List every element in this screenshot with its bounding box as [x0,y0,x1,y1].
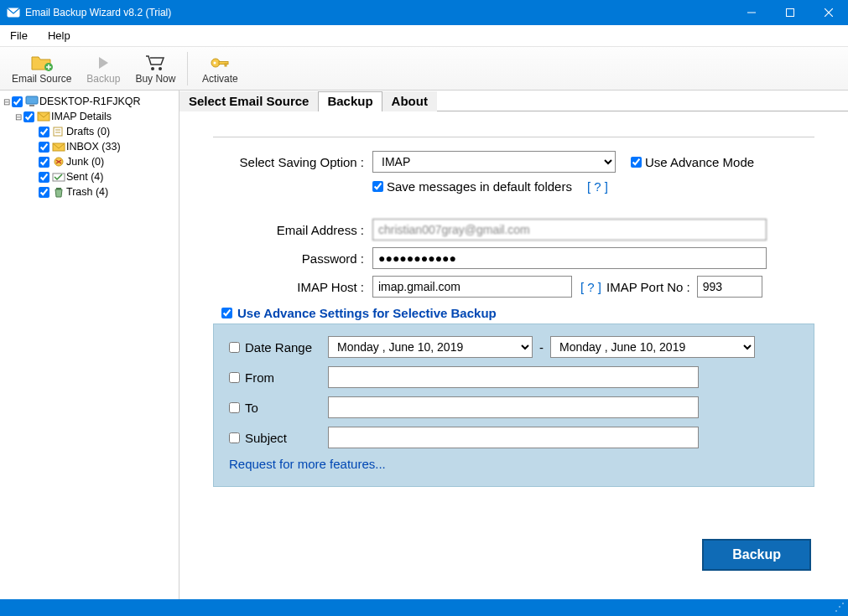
tree-checkbox[interactable] [39,187,49,198]
folder-icon [51,156,66,168]
svg-rect-13 [29,105,34,106]
advance-settings-toggle[interactable]: Use Advance Settings for Selective Backu… [221,306,814,320]
folder-icon [51,171,66,183]
folder-tree: ⊟ DESKTOP-R1FJKQR ⊟ IMAP Details Drafts … [0,91,179,599]
from-checkbox[interactable]: From [229,370,328,385]
date-from-select[interactable]: Monday , June 10, 2019 [328,336,533,358]
tool-label: Backup [86,73,120,85]
host-label: IMAP Host : [213,280,364,294]
tree-folder[interactable]: INBOX (33) [2,139,177,154]
tree-folder[interactable]: Trash (4) [2,184,177,199]
minimize-button[interactable] [732,0,771,25]
advance-mode-checkbox[interactable]: Use Advance Mode [631,155,754,169]
subject-input[interactable] [328,427,699,448]
tree-checkbox[interactable] [39,142,49,153]
svg-point-7 [159,67,162,70]
port-input[interactable] [697,276,762,298]
password-input[interactable] [372,247,767,269]
folder-add-icon [30,53,54,73]
advance-settings-panel: Date Range Monday , June 10, 2019 - Mond… [213,324,814,487]
tab-select-source[interactable]: Select Email Source [179,91,318,111]
svg-point-9 [214,61,216,64]
play-icon [95,53,112,73]
maximize-button[interactable] [771,0,809,25]
mailbox-icon [36,111,51,122]
save-default-checkbox[interactable]: Save messages in default folders [372,179,572,194]
svg-rect-15 [54,127,62,136]
date-to-select[interactable]: Monday , June 10, 2019 [550,336,755,358]
tree-label: Drafts (0) [66,126,110,137]
tree-label: IMAP Details [51,111,112,122]
svg-rect-12 [26,96,38,104]
collapse-icon[interactable]: ⊟ [2,97,12,106]
backup-pane: Select Saving Option : IMAP Use Advance … [179,111,848,495]
cart-icon [144,53,166,73]
folder-icon [51,126,66,137]
toolbar: Email Source Backup Buy Now Activate [0,47,848,91]
tool-buy-now[interactable]: Buy Now [130,51,180,86]
content-pane: Select Email Source Backup About Select … [179,91,848,599]
app-icon [7,6,20,19]
svg-point-6 [151,67,154,70]
folder-icon [51,141,66,153]
tree-root[interactable]: ⊟ DESKTOP-R1FJKQR [2,94,177,109]
tree-label: Sent (4) [66,171,103,183]
menu-file[interactable]: File [7,28,31,44]
help-link-default-folders[interactable]: [ ? ] [587,179,608,194]
tree-checkbox[interactable] [23,111,34,122]
tree-label: INBOX (33) [66,141,121,153]
tree-label: DESKTOP-R1FJKQR [39,96,141,107]
svg-rect-2 [787,9,794,17]
tree-label: Trash (4) [66,186,108,198]
tree-folder[interactable]: Junk (0) [2,154,177,169]
date-separator: - [539,340,544,355]
host-input[interactable] [372,276,572,298]
key-icon [209,53,231,73]
port-label: IMAP Port No : [606,280,690,294]
titlebar: Email Backup Wizard v8.2 (Trial) [0,0,848,25]
tool-activate[interactable]: Activate [195,51,245,86]
tree-folder[interactable]: Sent (4) [2,169,177,184]
tool-label: Email Source [12,73,71,85]
backup-button[interactable]: Backup [702,539,811,571]
window-title: Email Backup Wizard v8.2 (Trial) [25,7,732,18]
menu-help[interactable]: Help [44,28,74,44]
date-range-checkbox[interactable]: Date Range [229,340,328,355]
tree-checkbox[interactable] [39,157,49,168]
resize-grip-icon[interactable]: ⋰ [835,601,845,613]
password-label: Password : [213,251,364,266]
separator [213,137,814,137]
saving-option-label: Select Saving Option : [213,155,364,169]
tree-checkbox[interactable] [12,96,23,107]
tool-backup[interactable]: Backup [78,51,128,86]
menubar: File Help [0,25,848,47]
statusbar: ⋰ [0,599,848,616]
tree-checkbox[interactable] [39,127,49,137]
email-input[interactable] [372,219,767,241]
computer-icon [24,96,39,107]
to-checkbox[interactable]: To [229,401,328,415]
close-button[interactable] [809,0,848,25]
to-input[interactable] [328,396,699,418]
tree-checkbox[interactable] [39,172,49,183]
tree-account[interactable]: ⊟ IMAP Details [2,109,177,124]
tool-label: Activate [202,73,238,85]
request-features-link[interactable]: Request for more features... [229,457,386,471]
tab-backup[interactable]: Backup [318,91,382,111]
saving-option-select[interactable]: IMAP [372,151,616,173]
help-link-host[interactable]: [ ? ] [580,280,601,294]
folder-icon [51,186,66,198]
toolbar-separator [187,52,188,85]
tab-about[interactable]: About [382,91,437,111]
tool-label: Buy Now [135,73,175,85]
tree-label: Junk (0) [66,156,104,168]
collapse-icon[interactable]: ⊟ [13,112,23,122]
svg-rect-19 [56,188,61,189]
subject-checkbox[interactable]: Subject [229,431,328,445]
email-label: Email Address : [213,223,364,237]
tree-folder[interactable]: Drafts (0) [2,124,177,139]
from-input[interactable] [328,366,699,388]
svg-rect-11 [225,64,226,66]
tab-strip: Select Email Source Backup About [179,91,848,111]
tool-email-source[interactable]: Email Source [7,51,76,86]
